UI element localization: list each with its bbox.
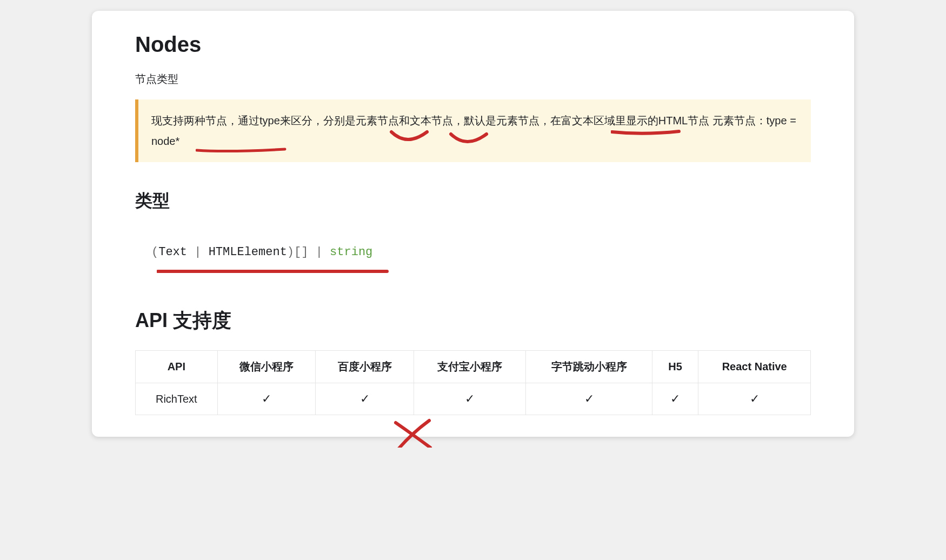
- annotation-x-mark: [392, 417, 436, 448]
- code-open-paren: (: [151, 245, 158, 259]
- td-check-baidu: ✓: [316, 383, 414, 415]
- th-wechat: 微信小程序: [217, 351, 316, 383]
- th-alipay: 支付宝小程序: [414, 351, 526, 383]
- td-check-bytedance: ✓: [526, 383, 652, 415]
- code-brackets: []: [294, 245, 308, 259]
- blockquote-note: 现支持两种节点，通过type来区分，分别是元素节点和文本节点，默认是元素节点，在…: [135, 99, 811, 162]
- td-api-name: RichText: [136, 383, 218, 415]
- th-bytedance: 字节跳动小程序: [526, 351, 652, 383]
- heading-type: 类型: [135, 189, 811, 213]
- code-sep-1: |: [187, 245, 209, 259]
- blockquote-text: 现支持两种节点，通过type来区分，分别是元素节点和文本节点，默认是元素节点，在…: [151, 110, 798, 151]
- code-type-text: Text: [158, 245, 187, 259]
- td-check-reactnative: ✓: [698, 383, 811, 415]
- node-type-label: 节点类型: [135, 72, 811, 86]
- th-api: API: [136, 351, 218, 383]
- document-page: Nodes 节点类型 现支持两种节点，通过type来区分，分别是元素节点和文本节…: [92, 11, 854, 437]
- th-h5: H5: [652, 351, 698, 383]
- td-check-wechat: ✓: [217, 383, 316, 415]
- table-row: RichText ✓ ✓ ✓ ✓ ✓ ✓: [136, 383, 811, 415]
- heading-nodes: Nodes: [135, 32, 811, 57]
- code-close-paren: ): [287, 245, 294, 259]
- th-reactnative: React Native: [698, 351, 811, 383]
- type-signature: (Text | HTMLElement)[] | string: [135, 229, 811, 275]
- api-support-table: API 微信小程序 百度小程序 支付宝小程序 字节跳动小程序 H5 React …: [135, 350, 811, 415]
- td-check-alipay: ✓: [414, 383, 526, 415]
- code-type-htmlelement: HTMLElement: [209, 245, 287, 259]
- code-string-type: string: [330, 245, 372, 259]
- code-sep-2: |: [308, 245, 330, 259]
- th-baidu: 百度小程序: [316, 351, 414, 383]
- td-check-h5: ✓: [652, 383, 698, 415]
- table-header-row: API 微信小程序 百度小程序 支付宝小程序 字节跳动小程序 H5 React …: [136, 351, 811, 383]
- heading-api-support: API 支持度: [135, 308, 811, 334]
